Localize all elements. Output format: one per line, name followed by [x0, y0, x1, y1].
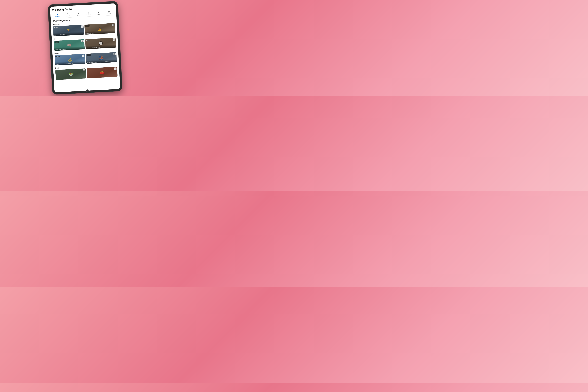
card-pensions-save-button[interactable] [114, 53, 116, 55]
workouts-tab-icon [67, 13, 69, 15]
card-financial-ratios[interactable]: ≡ Article Financial ratios everyone shou… [54, 54, 86, 66]
recipes-cards-row [55, 67, 118, 80]
svg-point-8 [78, 13, 78, 13]
svg-point-1 [57, 14, 58, 14]
video-play-icon-3: ▶ [55, 42, 56, 42]
card-hiit-workout[interactable]: ▶ Video Intermediate HIT workout [53, 25, 84, 36]
card-hiit-type: Video [55, 27, 58, 28]
tab-featured[interactable]: Featured [52, 12, 63, 18]
card-ratios-save-button[interactable] [82, 54, 84, 57]
recipes-tab-icon [88, 12, 89, 14]
home-button[interactable] [86, 89, 88, 92]
mind-tab-icon [77, 12, 79, 14]
card-hiit-save-button[interactable] [80, 26, 83, 28]
svg-point-6 [78, 12, 78, 14]
tab-sleep[interactable]: Sleep [94, 10, 104, 16]
card-pensions-type: Article [88, 54, 90, 56]
card-hiit-badge: ▶ Video [54, 27, 58, 28]
mind-cards-row: ▶ Video Why do we get anxious? [54, 38, 116, 51]
article-icon-1: ≡ [56, 56, 56, 57]
money-cards-row: ≡ Article Financial ratios everyone shou… [54, 52, 117, 66]
tab-mind[interactable]: Mind [73, 11, 84, 17]
card-neck-badge: ▶ Video [85, 25, 90, 27]
workouts-tab-label: Workouts [66, 15, 70, 17]
card-anxiety-save-button[interactable] [81, 40, 84, 42]
tab-recipes[interactable]: Recipes [83, 11, 94, 17]
card-recipe-2[interactable] [87, 67, 118, 78]
article-icon-2: ≡ [87, 54, 88, 56]
main-content: Weekly highlights Workouts ▶ Video [50, 15, 120, 83]
card-recipe2-image [87, 67, 118, 78]
card-recipe1-image [55, 68, 86, 80]
tablet-device: Wellbeing Centre Featured [48, 1, 122, 94]
card-anxiety-badge: ▶ Video [54, 41, 59, 43]
tab-workouts[interactable]: Workouts [63, 12, 73, 18]
app-scroll-content[interactable]: Wellbeing Centre Featured [50, 3, 120, 92]
card-negative-type: Video [88, 40, 90, 41]
recipes-tab-label: Recipes [86, 14, 90, 16]
card-anxiety[interactable]: ▶ Video Why do we get anxious? [54, 39, 85, 51]
card-pensions[interactable]: ≡ Article Understanding workplace and pe… [86, 52, 117, 64]
card-ratios-type: Article [57, 56, 59, 57]
video-play-icon-2: ▶ [86, 26, 86, 26]
saved-tab-label: Saved [108, 13, 111, 14]
sleep-tab-icon [98, 11, 100, 14]
card-pensions-badge: ≡ Article [86, 54, 91, 56]
featured-tab-icon [57, 14, 58, 16]
card-recipe-1[interactable] [55, 68, 86, 80]
card-neck-save-button[interactable] [112, 24, 114, 26]
card-negative-thoughts[interactable]: ▶ Video Challenging negative thoughts [85, 38, 116, 49]
card-anxiety-type: Video [56, 42, 58, 42]
card-neck-release[interactable]: ▶ Video Neck tension release [84, 23, 115, 35]
svg-point-7 [78, 13, 78, 13]
card-recipe2-save-button[interactable] [114, 68, 117, 70]
card-ratios-badge: ≡ Article [55, 56, 60, 58]
tablet-screen: Wellbeing Centre Featured [50, 3, 120, 92]
svg-line-9 [88, 12, 88, 13]
mind-tab-label: Mind [77, 15, 80, 16]
workouts-cards-row: ▶ Video Intermediate HIT workout [53, 23, 116, 36]
card-neck-type: Video [87, 26, 89, 26]
featured-tab-label: Featured [56, 16, 60, 17]
saved-tab-icon [108, 11, 110, 13]
video-play-icon-4: ▶ [86, 40, 87, 41]
card-negative-save-button[interactable] [113, 38, 115, 40]
sleep-tab-label: Sleep [97, 14, 100, 15]
video-play-icon: ▶ [54, 27, 55, 28]
card-recipe1-save-button[interactable] [83, 69, 85, 72]
card-negative-badge: ▶ Video [86, 40, 90, 41]
tab-saved[interactable]: Saved [104, 10, 114, 16]
